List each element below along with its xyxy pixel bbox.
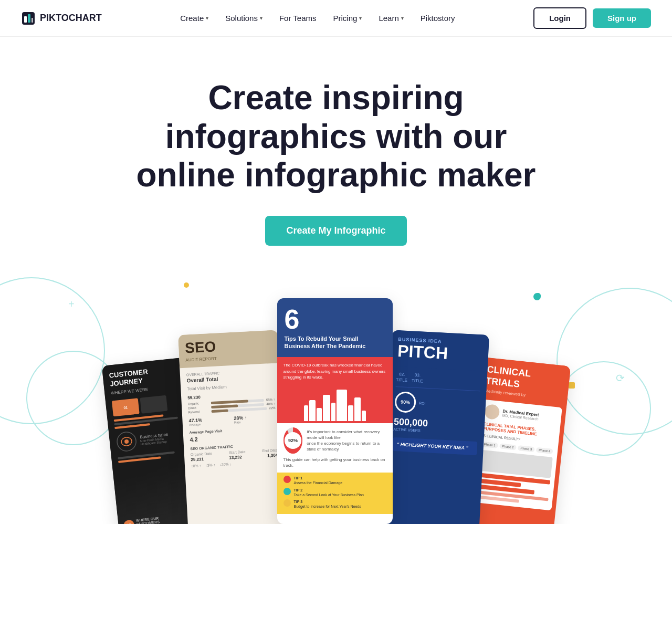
card1-badge: 02 (123, 519, 134, 524)
chevron-down-icon: ▾ (401, 15, 404, 21)
card-tips: 6 Tips To Rebuild Your Small Business Af… (277, 298, 393, 524)
chevron-down-icon: ▾ (260, 15, 262, 21)
logo[interactable]: PIKTOCHART (21, 11, 102, 26)
signup-button[interactable]: Sign up (593, 8, 651, 28)
eye-icon (115, 430, 138, 453)
svg-point-6 (124, 439, 129, 444)
nav-actions: Login Sign up (533, 7, 651, 29)
card4-circle1: 90% (394, 391, 416, 413)
nav-solutions[interactable]: Solutions ▾ (218, 9, 270, 27)
tip3-icon (284, 499, 291, 507)
tip2-icon (284, 488, 291, 495)
tip1-icon (284, 476, 291, 483)
svg-rect-1 (24, 16, 27, 23)
cta-button[interactable]: Create My Infographic (265, 216, 406, 246)
navbar: PIKTOCHART Create ▾ Solutions ▾ For Team… (0, 0, 672, 37)
nav-learn[interactable]: Learn ▾ (371, 9, 411, 27)
login-button[interactable]: Login (533, 7, 586, 29)
nav-create[interactable]: Create ▾ (173, 9, 216, 27)
card-seo: SEO AUDIT REPORT OVERALL TRAFFIC Overall… (177, 330, 288, 524)
nav-pricing[interactable]: Pricing ▾ (326, 9, 370, 27)
logo-icon (21, 11, 36, 26)
showcase-cards: CUSTOMER journey WHERE WE WERE 01 (0, 298, 672, 524)
logo-text: PIKTOCHART (40, 13, 102, 24)
showcase-section: + ▲ ⟳ CUSTOMER journey WHERE WE WERE 01 (0, 267, 672, 524)
svg-rect-3 (32, 18, 33, 23)
donut-chart: 92% (284, 427, 303, 454)
chevron-down-icon: ▾ (359, 15, 362, 21)
hero-title: Create inspiring infographics with our o… (126, 79, 546, 195)
avatar-medical (484, 404, 500, 420)
nav-piktostory[interactable]: Piktostory (413, 9, 463, 27)
chevron-down-icon: ▾ (206, 15, 208, 21)
card-pitch: BUSINESS IDEA PITCH 02. TITLE 03. TITLE (382, 330, 489, 524)
hero-section: Create inspiring infographics with our o… (0, 37, 672, 267)
deco-dot-yellow (184, 282, 189, 288)
nav-for-teams[interactable]: For Teams (272, 9, 324, 27)
svg-rect-2 (28, 14, 30, 23)
nav-links: Create ▾ Solutions ▾ For Teams Pricing ▾… (173, 9, 462, 27)
